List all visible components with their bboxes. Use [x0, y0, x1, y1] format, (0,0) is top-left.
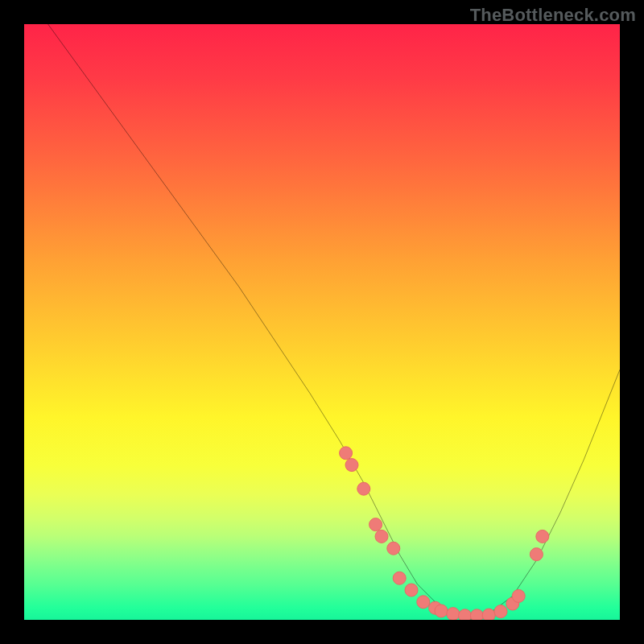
- watermark-label: TheBottleneck.com: [470, 5, 636, 26]
- plot-area: [24, 24, 620, 620]
- chart-frame: TheBottleneck.com: [0, 0, 644, 644]
- gradient-background: [24, 24, 620, 620]
